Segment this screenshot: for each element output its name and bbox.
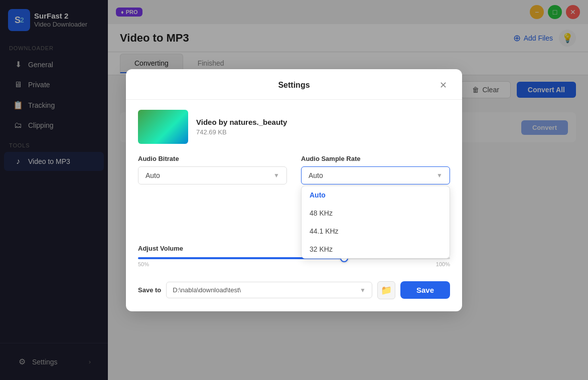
option-44khz-label: 44.1 KHz — [310, 227, 339, 235]
bitrate-dropdown-icon: ▼ — [273, 172, 279, 179]
volume-max-label: 100% — [436, 261, 450, 267]
dropdown-option-auto[interactable]: Auto — [302, 186, 450, 204]
browse-folder-button[interactable]: 📁 — [377, 281, 395, 299]
audio-settings-row: Audio Bitrate Auto ▼ Audio Sample Rate A… — [138, 155, 450, 184]
audio-sample-rate-col: Audio Sample Rate Auto ▼ Auto 48 — [301, 155, 450, 184]
save-path-select[interactable]: D:\nabla\download\test\ ▼ — [166, 282, 372, 298]
modal-file-info: Video by natures._beauty 742.69 KB — [196, 118, 287, 136]
save-to-label: Save to — [138, 286, 161, 294]
audio-sample-rate-value: Auto — [309, 171, 323, 179]
slider-labels: 50% 100% — [138, 261, 450, 267]
modal-body: Video by natures._beauty 742.69 KB Audio… — [126, 100, 462, 311]
audio-bitrate-select[interactable]: Auto ▼ — [138, 166, 287, 184]
dropdown-option-44khz[interactable]: 44.1 KHz — [302, 222, 450, 240]
modal-thumbnail — [138, 110, 188, 144]
save-btn-label: Save — [416, 286, 434, 294]
settings-modal: Settings ✕ Video by natures._beauty 742.… — [126, 69, 462, 311]
option-32khz-label: 32 KHz — [310, 245, 333, 253]
path-dropdown-icon: ▼ — [360, 287, 366, 294]
option-48khz-label: 48 KHz — [310, 209, 333, 217]
audio-bitrate-value: Auto — [145, 171, 160, 179]
modal-overlay[interactable]: Settings ✕ Video by natures._beauty 742.… — [0, 0, 588, 380]
audio-bitrate-label: Audio Bitrate — [138, 155, 287, 162]
modal-file-size: 742.69 KB — [196, 128, 287, 136]
folder-icon: 📁 — [381, 285, 392, 296]
dropdown-option-32khz[interactable]: 32 KHz — [302, 240, 450, 258]
volume-min-label: 50% — [138, 261, 149, 267]
audio-sample-rate-select[interactable]: Auto ▼ — [301, 166, 450, 184]
audio-sample-rate-label: Audio Sample Rate — [301, 155, 450, 162]
save-path-value: D:\nabla\download\test\ — [173, 286, 241, 294]
dropdown-option-48khz[interactable]: 48 KHz — [302, 204, 450, 222]
close-icon: ✕ — [439, 80, 447, 91]
audio-bitrate-col: Audio Bitrate Auto ▼ — [138, 155, 287, 184]
modal-close-button[interactable]: ✕ — [436, 78, 450, 92]
sample-rate-dropdown-icon: ▼ — [436, 172, 443, 179]
modal-file-name: Video by natures._beauty — [196, 118, 287, 126]
save-confirm-button[interactable]: Save — [400, 281, 450, 299]
option-auto-label: Auto — [310, 191, 326, 199]
save-to-row: Save to D:\nabla\download\test\ ▼ 📁 Save — [138, 281, 450, 299]
sample-rate-dropdown: Auto 48 KHz 44.1 KHz 32 KHz — [301, 185, 450, 259]
modal-title: Settings — [152, 81, 436, 90]
modal-file-row: Video by natures._beauty 742.69 KB — [138, 110, 450, 144]
audio-bitrate-select-wrapper: Auto ▼ — [138, 166, 287, 184]
modal-header: Settings ✕ — [126, 69, 462, 100]
audio-sample-rate-select-wrapper: Auto ▼ Auto 48 KHz 44.1 — [301, 166, 450, 184]
